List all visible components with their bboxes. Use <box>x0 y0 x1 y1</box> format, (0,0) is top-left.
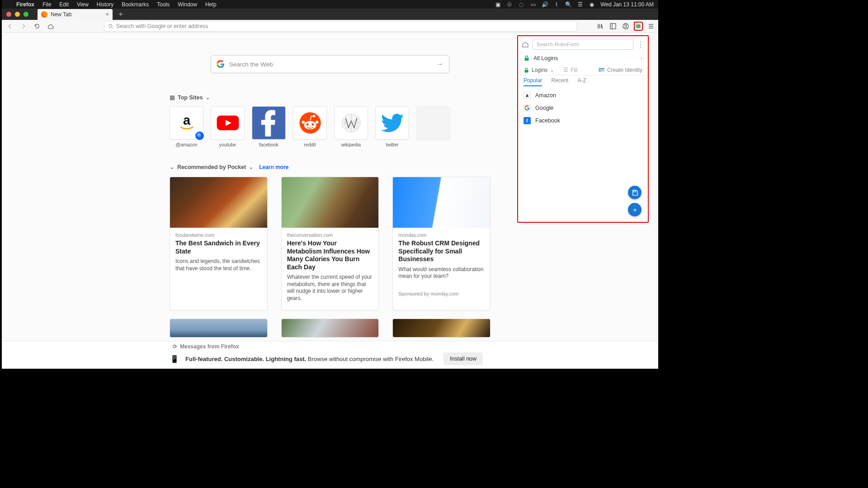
roboform-create-identity[interactable]: 🪪 Create Identity <box>598 67 642 73</box>
menubar-app[interactable]: Firefox <box>16 1 34 8</box>
pocket-card-image <box>393 319 490 337</box>
window-controls <box>2 12 28 17</box>
topsite-amazon[interactable]: a🔍 @amazon <box>170 106 203 147</box>
roboform-extension-icon[interactable] <box>634 22 643 31</box>
roboform-home-icon[interactable] <box>522 41 529 48</box>
svg-point-14 <box>315 121 318 124</box>
web-search-box[interactable]: Search the Web → <box>211 55 449 73</box>
browser-tab[interactable]: New Tab × <box>38 9 113 20</box>
statusbar-controlcenter-icon[interactable]: ☰ <box>577 1 583 8</box>
pocket-card-image <box>282 319 379 337</box>
messages-text: Full-featured. Customizable. Lightning f… <box>185 356 434 362</box>
pocket-card-desc: Whatever the current speed of your metab… <box>287 274 373 302</box>
pocket-card[interactable] <box>170 319 268 338</box>
library-icon[interactable] <box>596 22 605 31</box>
pocket-card[interactable]: theconversation.com Here's How Your Meta… <box>281 177 379 310</box>
statusbar-display-icon[interactable]: ▣ <box>495 1 501 8</box>
menu-window[interactable]: Window <box>178 1 197 8</box>
close-window-button[interactable] <box>6 12 11 17</box>
pocket-card-title: The Robust CRM Designed Specifically for… <box>398 239 485 263</box>
search-submit-icon[interactable]: → <box>436 60 443 68</box>
menubar-clock[interactable]: Wed Jan 13 11:00 AM <box>600 1 654 8</box>
roboform-search-placeholder: Search RoboForm <box>537 42 579 47</box>
roboform-tab-az[interactable]: A-Z <box>577 77 586 86</box>
maximize-window-button[interactable] <box>24 12 28 17</box>
roboform-save-fab[interactable] <box>628 186 642 199</box>
reload-button[interactable] <box>32 21 42 32</box>
back-button[interactable] <box>5 21 15 32</box>
roboform-search-input[interactable]: Search RoboForm <box>533 39 633 50</box>
close-tab-icon[interactable]: × <box>105 11 109 18</box>
statusbar-dnd-icon[interactable]: ◌ <box>518 1 524 8</box>
topsite-reddit[interactable]: reddit <box>293 106 327 147</box>
macos-menubar: Firefox File Edit View History Bookmarks… <box>2 0 658 9</box>
hamburger-menu-icon[interactable] <box>646 22 656 31</box>
menu-history[interactable]: History <box>97 1 113 8</box>
messages-bar: ⟳ Messages from Firefox 📱 Full-featured.… <box>2 341 658 369</box>
facebook-icon: f <box>524 117 531 124</box>
svg-text:a: a <box>183 113 191 127</box>
address-bar[interactable]: Search with Google or enter address <box>104 21 577 32</box>
account-icon[interactable] <box>621 22 630 31</box>
pocket-header: Recommended by Pocket <box>177 164 246 170</box>
pocket-card-image <box>282 177 379 228</box>
home-button[interactable] <box>45 21 56 32</box>
roboform-tab-recent[interactable]: Recent <box>551 77 568 86</box>
roboform-fill[interactable]: ☰ Fill <box>563 67 577 73</box>
pocket-card-sponsored: Sponsored by monday.com <box>398 291 485 296</box>
roboform-menu-icon[interactable]: ⋮ <box>637 40 644 49</box>
roboform-add-fab[interactable]: ＋ <box>628 203 642 216</box>
menu-help[interactable]: Help <box>205 1 217 8</box>
menu-tools[interactable]: Tools <box>157 1 170 8</box>
svg-rect-17 <box>525 58 529 61</box>
roboform-logins-dropdown[interactable]: Logins ⌄ <box>524 67 554 73</box>
sidebar-icon[interactable] <box>609 22 618 31</box>
statusbar-wifi-icon[interactable]: ⌇ <box>553 1 560 8</box>
forward-button[interactable] <box>18 21 29 32</box>
pocket-card[interactable]: monday.com The Robust CRM Designed Speci… <box>392 177 491 310</box>
pocket-card-source: foodandwine.com <box>175 232 262 238</box>
roboform-login-facebook[interactable]: f Facebook <box>518 114 648 127</box>
learn-more-link[interactable]: Learn more <box>259 164 288 170</box>
statusbar-siri-icon[interactable]: ◉ <box>589 1 595 8</box>
topsite-label: @amazon <box>175 142 197 147</box>
minimize-window-button[interactable] <box>15 12 20 17</box>
statusbar-spotlight-icon[interactable]: 🔍 <box>565 1 571 8</box>
topsite-facebook[interactable]: facebook <box>252 106 286 147</box>
new-tab-button[interactable]: ＋ <box>117 9 124 19</box>
menu-file[interactable]: File <box>42 1 51 8</box>
chevron-down-icon[interactable]: ⌄ <box>249 164 254 170</box>
chevron-down-icon[interactable]: ⌄ <box>205 94 210 101</box>
menu-edit[interactable]: Edit <box>59 1 69 8</box>
roboform-login-amazon[interactable]: a Amazon <box>518 89 648 102</box>
topsite-label: twitter <box>386 142 398 147</box>
web-search-placeholder: Search the Web <box>229 61 436 68</box>
pocket-card[interactable]: foodandwine.com The Best Sandwich in Eve… <box>170 177 268 310</box>
browser-tabstrip: New Tab × ＋ <box>2 9 658 20</box>
statusbar-record-icon[interactable]: ⦾ <box>506 1 513 8</box>
roboform-tab-popular[interactable]: Popular <box>524 77 542 86</box>
topsite-label: reddit <box>304 142 316 147</box>
topsite-label: facebook <box>259 142 278 147</box>
topsite-youtube[interactable]: youtube <box>211 106 245 147</box>
menu-bookmarks[interactable]: Bookmarks <box>122 1 149 8</box>
roboform-logins-label: Logins <box>532 67 547 73</box>
pocket-card[interactable] <box>281 319 379 338</box>
statusbar-volume-icon[interactable]: 🔊 <box>542 1 548 8</box>
menu-view[interactable]: View <box>77 1 89 8</box>
topsites-header: Top Sites <box>178 94 203 101</box>
svg-rect-1 <box>610 23 616 29</box>
topsite-twitter[interactable]: twitter <box>375 106 409 147</box>
pocket-card[interactable] <box>392 319 491 338</box>
topsite-empty[interactable] <box>416 106 450 147</box>
statusbar-screen-icon[interactable]: ▭ <box>530 1 536 8</box>
roboform-all-logins[interactable]: All Logins › <box>518 52 648 64</box>
svg-rect-19 <box>633 190 636 192</box>
chevron-down-icon: ⌄ <box>550 67 554 73</box>
roboform-login-google[interactable]: Google <box>518 102 648 114</box>
topsite-wikipedia[interactable]: wikipedia <box>334 106 368 147</box>
install-now-button[interactable]: Install now <box>443 352 483 365</box>
pocket-icon: ⌄ <box>170 164 175 170</box>
google-logo-icon <box>217 60 225 68</box>
firefox-mobile-icon: 📱 <box>170 355 179 363</box>
